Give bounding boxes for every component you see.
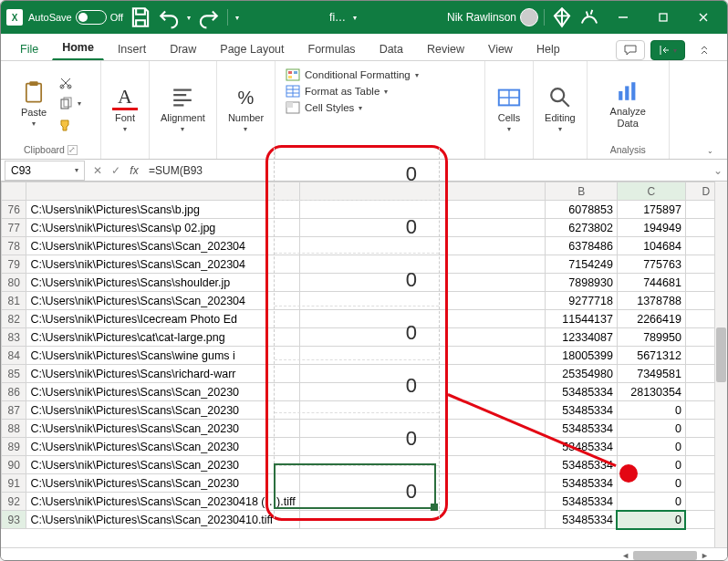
cell[interactable]: C:\Users\nik\Pictures\Scans\Scan_20230 (26, 438, 299, 456)
tab-review[interactable]: Review (417, 36, 474, 60)
row-header[interactable]: 91 (2, 474, 26, 493)
row-header[interactable]: 84 (2, 347, 26, 365)
cell[interactable]: 2266419 (617, 310, 685, 328)
number-button[interactable]: % Number ▾ (224, 83, 267, 135)
cell[interactable]: C:\Users\nik\Pictures\Scans\Scan_20230 (26, 401, 299, 420)
analyze-data-button[interactable]: Analyze Data (595, 77, 661, 130)
cell[interactable]: 6273802 (546, 219, 618, 237)
cell[interactable]: 104684 (617, 237, 685, 255)
cell[interactable]: 7154249 (546, 255, 618, 274)
tab-data[interactable]: Data (369, 36, 413, 60)
format-as-table-button[interactable]: Format as Table ▾ (283, 83, 477, 99)
cell[interactable]: C:\Users\nik\Pictures\Scans\Scan_2023041… (26, 511, 299, 529)
clipboard-launcher-icon[interactable]: ⤢ (68, 145, 78, 155)
row-header[interactable]: 77 (2, 219, 26, 237)
cell[interactable]: C:\Users\nik\Pictures\Scans\Scan_202304 (26, 255, 299, 274)
scroll-left-icon[interactable]: ◄ (618, 551, 633, 560)
cell[interactable]: 7349581 (617, 365, 685, 383)
copy-button[interactable]: ▾ (56, 95, 84, 113)
cell[interactable]: 0 (617, 401, 685, 420)
cell[interactable]: 53485334 (546, 401, 618, 420)
cell[interactable]: 53485334 (546, 420, 618, 438)
row-header[interactable]: 79 (2, 255, 26, 274)
hscroll-thumb[interactable] (633, 551, 697, 560)
user-avatar-icon[interactable] (520, 8, 538, 26)
cell[interactable]: 9277718 (546, 292, 618, 310)
cell[interactable]: C:\Users\nik\Pictures\Scans\p 02.jpg (26, 219, 299, 237)
scroll-right-icon[interactable]: ► (697, 551, 712, 560)
cell[interactable]: 0 (617, 493, 685, 511)
cell[interactable]: 194949 (617, 219, 685, 237)
col-header-a[interactable] (26, 182, 299, 201)
cell[interactable]: C:\Users\nik\Pictures\cat\cat-large.png (26, 328, 299, 347)
cell[interactable]: 0 (617, 511, 685, 529)
title-dropdown-icon[interactable]: ▾ (353, 14, 357, 22)
cell[interactable]: 7898930 (546, 274, 618, 292)
cell[interactable]: C:\Users\nik\Pictures\Scans\Scan_20230 (26, 383, 299, 401)
col-header-c[interactable]: C (617, 182, 685, 201)
scroll-thumb[interactable] (716, 327, 726, 382)
cell[interactable]: C:\Users\nik\Pictures\Scans\Scan_2023041… (26, 493, 299, 511)
tab-file[interactable]: File (10, 36, 48, 60)
tab-home[interactable]: Home (52, 35, 104, 60)
vertical-scrollbar[interactable] (714, 182, 727, 547)
qat-customize-icon[interactable]: ▾ (235, 14, 239, 22)
editing-button[interactable]: Editing ▾ (541, 83, 579, 135)
tab-view[interactable]: View (478, 36, 523, 60)
save-button[interactable] (129, 5, 152, 29)
cell[interactable]: 25354980 (546, 365, 618, 383)
collapse-ribbon-button[interactable] (691, 40, 718, 60)
tab-help[interactable]: Help (526, 36, 570, 60)
cell[interactable]: C:\Users\nik\Pictures\Scans\Scan_20230 (26, 456, 299, 474)
ribbon-expand-icon[interactable]: ⌄ (707, 61, 727, 159)
cancel-formula-icon[interactable]: ✕ (88, 164, 107, 177)
cell[interactable]: C:\Users\nik\Pictures\Scans\Scan_20230 (26, 420, 299, 438)
row-header[interactable]: 90 (2, 456, 26, 474)
row-header[interactable]: 80 (2, 274, 26, 292)
cell[interactable]: 0 (617, 420, 685, 438)
cell[interactable]: 53485334 (546, 474, 618, 493)
expand-formula-bar-icon[interactable]: ⌄ (709, 164, 727, 177)
row-header[interactable]: 83 (2, 328, 26, 347)
cell[interactable]: C:\Users\nik\Pictures\Scans\b.jpg (26, 201, 299, 219)
comments-button[interactable] (616, 40, 645, 60)
autosave-toggle[interactable]: AutoSave Off (28, 10, 123, 25)
minimize-button[interactable] (605, 5, 641, 30)
format-painter-button[interactable] (56, 116, 84, 134)
coming-soon-button[interactable] (577, 5, 601, 29)
cell[interactable]: C:\Users\nik\Pictures\Scans\Scan_202304 (26, 237, 299, 255)
insert-function-icon[interactable]: fx (125, 164, 143, 177)
cell[interactable]: C:\Users\nik\Pictures\Scans\shoulder.jp (26, 274, 299, 292)
row-header[interactable]: 82 (2, 310, 26, 328)
redo-button[interactable] (196, 5, 220, 29)
cell[interactable]: C:\Users\nik\Pictures\Scans\Scan_202304 (26, 292, 299, 310)
undo-dropdown-icon[interactable]: ▾ (187, 14, 191, 22)
col-header-b[interactable]: B (546, 182, 618, 201)
cell[interactable]: 775763 (617, 255, 685, 274)
cell[interactable]: 18005399 (546, 347, 618, 365)
cell[interactable]: 28130354 (617, 383, 685, 401)
share-button[interactable]: ▾ (650, 40, 685, 60)
conditional-formatting-button[interactable]: Conditional Formatting ▾ (283, 67, 477, 83)
tab-draw[interactable]: Draw (160, 36, 206, 60)
row-header[interactable]: 88 (2, 420, 26, 438)
premium-button[interactable] (550, 5, 574, 29)
cells-button[interactable]: Cells ▾ (493, 83, 525, 135)
cell[interactable]: 6378486 (546, 237, 618, 255)
name-box[interactable]: C93▾ (5, 161, 85, 181)
select-all-triangle[interactable] (2, 182, 26, 201)
alignment-button[interactable]: Alignment ▾ (157, 83, 209, 135)
row-header[interactable]: 76 (2, 201, 26, 219)
cell[interactable]: C:\Users\nik\Pictures\Scans\Scan_20230 (26, 474, 299, 493)
cell[interactable]: 6078853 (546, 201, 618, 219)
cell[interactable]: 53485334 (546, 456, 618, 474)
cell[interactable]: 789950 (617, 328, 685, 347)
row-header[interactable]: 81 (2, 292, 26, 310)
cut-button[interactable] (56, 74, 84, 92)
cell[interactable]: 175897 (617, 201, 685, 219)
cell[interactable]: 5671312 (617, 347, 685, 365)
row-header[interactable]: 89 (2, 438, 26, 456)
undo-button[interactable] (158, 5, 182, 29)
cell[interactable]: 53485334 (546, 493, 618, 511)
tab-page-layout[interactable]: Page Layout (210, 36, 294, 60)
